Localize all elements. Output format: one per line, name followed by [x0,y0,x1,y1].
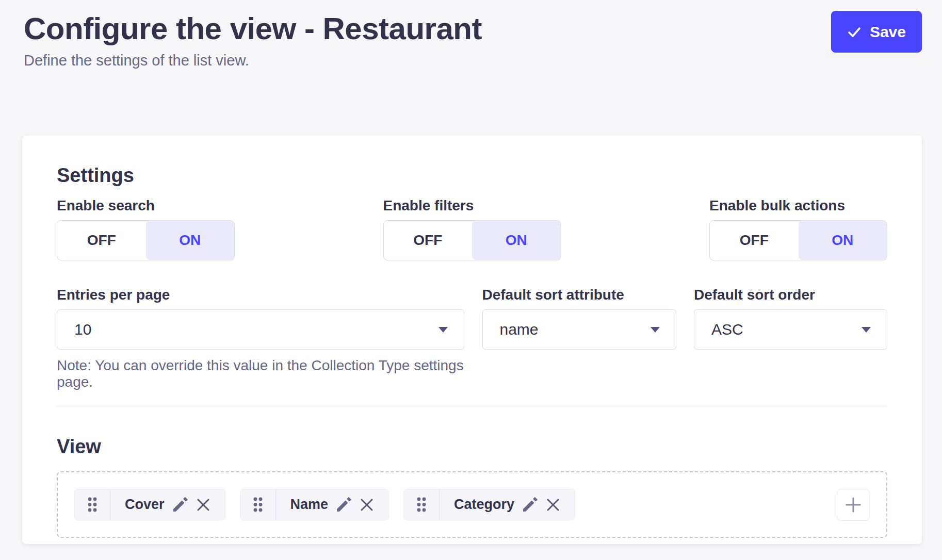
edit-field-button[interactable] [173,497,188,512]
toggle-enable-bulk-actions: OFF ON [709,220,887,260]
toggle-enable-filters: OFF ON [383,220,561,260]
toggle-off-option[interactable]: OFF [710,221,799,260]
select-value: ASC [711,321,743,338]
toggle-on-option[interactable]: ON [472,221,561,260]
default-sort-order-select[interactable]: ASC [694,309,887,350]
pencil-icon [336,497,351,512]
save-button[interactable]: Save [831,11,922,53]
chevron-down-icon [862,327,871,333]
field-label: Enable bulk actions [709,197,887,215]
pencil-icon [523,497,538,512]
drag-handle-icon [252,496,264,514]
field-pill-name[interactable]: Name [240,489,389,520]
field-pill-label: Category [454,497,514,513]
select-value: name [500,321,539,338]
page-title: Configure the view - Restaurant [24,12,922,46]
remove-field-button[interactable] [360,498,374,512]
settings-section-title: Settings [57,164,887,187]
field-label: Default sort order [694,286,887,304]
settings-card: Settings Enable search OFF ON Enable fil… [22,136,922,544]
toggle-on-option[interactable]: ON [799,221,887,260]
remove-field-button[interactable] [546,498,560,512]
default-sort-attribute-field: Default sort attribute name [482,286,676,390]
close-icon [196,498,210,512]
pencil-icon [173,497,188,512]
pill-body: Cover [110,489,225,520]
drag-handle[interactable] [404,489,440,520]
select-value: 10 [74,321,91,338]
view-fields-container: Cover [57,471,887,538]
pill-body: Category [440,489,575,520]
note-text: Note: You can override this value in the… [57,357,464,390]
chevron-down-icon [651,327,660,333]
toggle-field-enable-bulk-actions: Enable bulk actions OFF ON [709,197,887,260]
save-button-label: Save [870,23,906,41]
toggle-enable-search: OFF ON [57,220,235,260]
field-label: Enable filters [383,197,561,215]
edit-field-button[interactable] [336,497,351,512]
page-subtitle: Define the settings of the list view. [24,52,922,69]
remove-field-button[interactable] [196,498,210,512]
plus-icon [845,497,862,513]
field-pill-label: Name [290,497,329,513]
select-row: Entries per page 10 Note: You can overri… [57,286,887,390]
drag-handle-icon [86,496,99,514]
page-header: Configure the view - Restaurant Define t… [0,0,942,69]
toggle-field-enable-filters: Enable filters OFF ON [383,197,561,260]
close-icon [360,498,374,512]
field-label: Default sort attribute [482,286,676,304]
add-field-button[interactable] [837,489,870,521]
entries-per-page-field: Entries per page 10 Note: You can overri… [57,286,464,390]
toggle-on-option[interactable]: ON [146,221,235,260]
section-divider [57,406,887,406]
drag-handle-icon [415,496,428,514]
entries-per-page-select[interactable]: 10 [57,309,464,350]
field-pill-cover[interactable]: Cover [74,489,225,520]
field-label: Enable search [57,197,235,215]
toggle-row: Enable search OFF ON Enable filters OFF … [57,197,887,260]
default-sort-order-field: Default sort order ASC [694,286,887,390]
edit-field-button[interactable] [523,497,538,512]
field-pill-category[interactable]: Category [403,489,575,520]
drag-handle[interactable] [240,489,276,520]
field-label: Entries per page [57,286,464,304]
check-icon [847,25,862,39]
chevron-down-icon [438,327,448,333]
toggle-field-enable-search: Enable search OFF ON [57,197,235,260]
toggle-off-option[interactable]: OFF [57,221,146,260]
drag-handle[interactable] [75,489,110,520]
default-sort-attribute-select[interactable]: name [482,309,676,350]
close-icon [546,498,560,512]
toggle-off-option[interactable]: OFF [384,221,473,260]
view-section-title: View [57,435,887,458]
field-pill-label: Cover [125,497,165,513]
pill-body: Name [276,489,389,520]
